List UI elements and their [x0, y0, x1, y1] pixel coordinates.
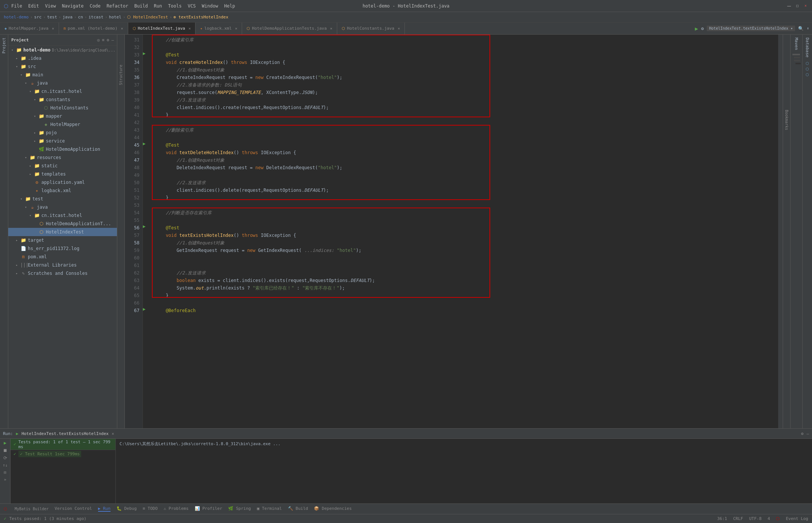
- tab-logback[interactable]: ✦ logback.xml ✕: [195, 23, 242, 35]
- tool-build[interactable]: 🔨 Build: [288, 506, 308, 512]
- menu-vcs[interactable]: VCS: [188, 3, 196, 9]
- tab-hotelindextest[interactable]: ⬡ HotelIndexTest.java ✕: [128, 23, 196, 35]
- breadcrumb-test[interactable]: test: [47, 15, 57, 20]
- minimize-button[interactable]: —: [786, 3, 792, 9]
- event-log[interactable]: Event Log: [786, 516, 808, 521]
- tab-hotelmapper[interactable]: ◆ HotelMapper.java ✕: [0, 23, 59, 35]
- tree-application-yaml[interactable]: ⚙ application.yaml: [8, 178, 117, 186]
- sidebar-close-icon[interactable]: —: [111, 38, 114, 42]
- tree-cn-itcast[interactable]: ▾ 📁 cn.itcast.hotel: [8, 87, 117, 96]
- more-icon[interactable]: »: [4, 477, 6, 482]
- tree-scratches[interactable]: ▸ ✎ Scratches and Consoles: [8, 269, 117, 277]
- run-minimize-icon[interactable]: —: [806, 431, 809, 436]
- menu-navigate[interactable]: Navigate: [62, 3, 84, 9]
- run-icon-56[interactable]: ▶: [143, 223, 152, 230]
- run-close-tab[interactable]: ✕: [112, 431, 114, 436]
- run-icon-45[interactable]: ▶: [143, 140, 152, 147]
- sidebar-settings-icon[interactable]: ⚙: [107, 38, 109, 42]
- menu-build[interactable]: Build: [134, 3, 148, 9]
- breadcrumb-hotel[interactable]: hotel: [109, 15, 121, 20]
- tab-pom[interactable]: m pom.xml (hotel-demo) ✕: [59, 23, 128, 35]
- mybatis-label[interactable]: MyBatis Builder: [15, 507, 48, 511]
- breadcrumb-src[interactable]: src: [34, 15, 42, 20]
- run-settings-icon[interactable]: ⚙: [801, 431, 804, 436]
- tree-cn-itcast-test[interactable]: ▾ 📁 cn.itcast.hotel: [8, 211, 117, 220]
- tool-spring[interactable]: 🌿 Spring: [228, 506, 251, 512]
- test-result-item[interactable]: ✓ ✓ Test Result 1sec 799ms: [11, 450, 115, 458]
- breadcrumb-java[interactable]: java: [62, 15, 73, 20]
- tool-todo[interactable]: ≡ TODO: [143, 506, 158, 512]
- code-editor[interactable]: //创建索引库 @Test void createHotelIndex() th…: [152, 35, 778, 428]
- tab-hoteldemoapplicationtests[interactable]: ⬡ HotelDemoApplicationTests.java ✕: [242, 23, 337, 35]
- run-icon-33[interactable]: ▶: [143, 50, 152, 57]
- debug-config-dropdown[interactable]: HotelIndexTest.textExistsHotelIndex ▾: [707, 26, 795, 31]
- maven-label[interactable]: Maven: [794, 38, 799, 50]
- close-button[interactable]: ×: [803, 3, 808, 9]
- tree-hoteldemoapplication[interactable]: 🌿 HotelDemoApplication: [8, 145, 117, 153]
- run-icon-67[interactable]: ▶: [143, 305, 152, 313]
- tree-hoteldemoapplicationtests[interactable]: ⬡ HotelDemoApplicationT...: [8, 220, 117, 228]
- filter-icon[interactable]: ⊟: [4, 470, 6, 475]
- menu-edit[interactable]: Edit: [28, 3, 39, 9]
- sidebar-locate-icon[interactable]: ◎: [97, 38, 100, 42]
- sidebar-collapse-icon[interactable]: ≡: [102, 38, 105, 42]
- database-label[interactable]: Database: [805, 38, 810, 58]
- tree-pojo[interactable]: ▸ 📁 pojo: [8, 129, 117, 137]
- tree-hotelconstants[interactable]: ⬡ HotelConstants: [8, 104, 117, 112]
- editor-scrollbar[interactable]: [778, 35, 783, 428]
- stop-icon[interactable]: ⏹: [3, 448, 8, 453]
- menu-window[interactable]: Window: [202, 3, 218, 9]
- tree-target[interactable]: ▸ 📁 target: [8, 236, 117, 244]
- run-config-name[interactable]: HotelIndexTest.textExistsHotelIndex: [21, 431, 109, 436]
- menu-help[interactable]: Help: [224, 3, 235, 9]
- menu-file[interactable]: File: [11, 3, 22, 9]
- close-tab-hotelindextest[interactable]: ✕: [188, 26, 191, 30]
- rerun-icon[interactable]: ▶: [4, 440, 6, 446]
- tree-templates[interactable]: ▸ 📁 templates: [8, 170, 117, 178]
- tool-problems[interactable]: ⚠ Problems: [164, 506, 188, 512]
- tool-terminal[interactable]: ▣ Terminal: [257, 506, 282, 512]
- breadcrumb-class[interactable]: ⬡ HotelIndexTest: [127, 15, 168, 20]
- tree-hotelmapper[interactable]: ◆ HotelMapper: [8, 120, 117, 129]
- structure-label[interactable]: Structure: [119, 65, 123, 85]
- close-tab-hotelconstants[interactable]: ✕: [398, 26, 400, 30]
- tree-resources[interactable]: ▾ 📁 resources: [8, 153, 117, 162]
- breadcrumb-method[interactable]: ⊕ textExistsHotelIndex: [174, 15, 229, 20]
- breadcrumb-cn[interactable]: cn: [78, 15, 83, 20]
- breadcrumb-itcast[interactable]: itcast: [88, 15, 103, 20]
- close-tab-logback[interactable]: ✕: [235, 26, 237, 30]
- sort-up-icon[interactable]: ↑↓: [3, 463, 8, 468]
- close-tab-hoteldemoapptests[interactable]: ✕: [330, 26, 332, 30]
- tree-java-test[interactable]: ▾ ☕ java: [8, 203, 117, 211]
- bookmarks-label[interactable]: Bookmarks: [785, 110, 789, 130]
- menu-run[interactable]: Run: [154, 3, 162, 9]
- tree-external-libs[interactable]: ▸ ||| External Libraries: [8, 261, 117, 269]
- tree-hserr[interactable]: 📄 hs_err_pid11372.log: [8, 244, 117, 253]
- run-button[interactable]: ▶: [695, 26, 698, 32]
- tree-main[interactable]: ▾ 📁 main: [8, 71, 117, 79]
- tree-idea[interactable]: ▸ 📁 .idea: [8, 54, 117, 62]
- tool-version-control[interactable]: Version Control: [55, 506, 92, 512]
- menu-view[interactable]: View: [45, 3, 56, 9]
- close-tab-pom[interactable]: ✕: [121, 26, 123, 30]
- tree-root[interactable]: ▾ 📁 hotel-demo D:\Java\idea\SpringCloud\…: [8, 46, 117, 54]
- tree-src[interactable]: ▾ 📁 src: [8, 62, 117, 71]
- tree-service[interactable]: ▸ 📁 service: [8, 137, 117, 145]
- tree-hotelindextest[interactable]: ⬡ HotelIndexTest: [8, 228, 117, 236]
- tree-constants[interactable]: ▾ 📁 constants: [8, 96, 117, 104]
- project-label[interactable]: Project: [2, 38, 6, 53]
- tree-static[interactable]: ▸ 📁 static: [8, 162, 117, 170]
- tool-run[interactable]: ▶ Run: [98, 506, 111, 512]
- tab-hotelconstants[interactable]: ⬡ HotelConstants.java ✕: [337, 23, 405, 35]
- search-button[interactable]: 🔍: [798, 26, 804, 31]
- menu-code[interactable]: Code: [90, 3, 101, 9]
- tree-logback-xml[interactable]: ✦ logback.xml: [8, 186, 117, 195]
- tree-java-main[interactable]: ▾ ☕ java: [8, 79, 117, 87]
- restart-icon[interactable]: ⟳: [3, 455, 7, 461]
- tree-mapper[interactable]: ▾ 📁 mapper: [8, 112, 117, 120]
- menu-tools[interactable]: Tools: [168, 3, 182, 9]
- tool-profiler[interactable]: 📊 Profiler: [195, 506, 223, 512]
- maximize-button[interactable]: □: [795, 3, 800, 9]
- tool-debug[interactable]: 🐛 Debug: [117, 506, 137, 512]
- menu-refactor[interactable]: Refactor: [106, 3, 128, 9]
